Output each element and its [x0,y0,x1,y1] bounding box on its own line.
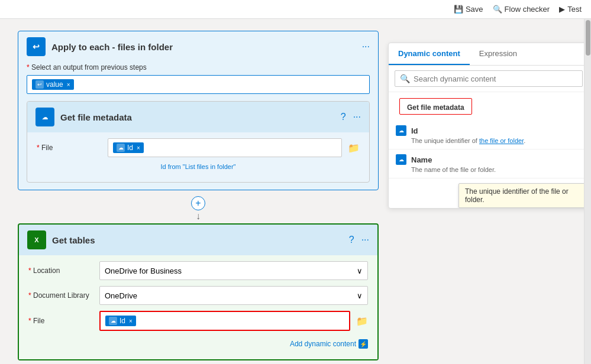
location-label: * Location [28,266,93,275]
get-file-metadata-title: Get file metadata [60,112,335,122]
apply-each-1-icon: ↩ [27,37,46,56]
location-row: * Location OneDrive for Business ∨ [28,261,368,280]
panel-item-name-text: Name [411,155,432,164]
tooltip-text: The unique identifier of the file or fol… [465,187,569,204]
flow-checker-icon: 🔍 [493,5,502,14]
right-scrollbar[interactable] [584,19,591,364]
file-or-folder-link[interactable]: the file or folder [479,137,524,144]
get-tables-id-tag: ☁ Id × [105,316,136,326]
get-file-metadata-content: * File ☁ Id × [27,132,369,182]
file-id-close[interactable]: × [137,145,140,151]
get-tables-file-row: * File ☁ Id × 📁 [28,311,368,331]
panel-item-name[interactable]: ☁ Name The name of the file or folder. [389,150,584,178]
file-input[interactable]: ☁ Id × [108,138,342,157]
panel-item-id-desc: The unique identifier of the file or fol… [411,137,582,144]
panel-scroll: Get file metadata ☁ Id The unique identi… [389,92,584,208]
get-file-metadata-block: ☁ Get file metadata ? ··· * [27,101,370,183]
apply-each-1-header: ↩ Apply to each - files in folder ··· [18,31,378,62]
get-tables-folder-icon[interactable]: 📁 [356,316,368,327]
tab-expression[interactable]: Expression [470,43,527,65]
connector-1: + ↓ [18,195,379,221]
get-tables-actions: ? ··· [349,235,369,245]
file-id-icon: ☁ [117,144,125,152]
get-tables-block: X Get tables ? ··· * Location [18,223,379,360]
panel-section-header: Get file metadata [399,98,472,115]
id-hint: Id from "List files in folder" [37,163,360,170]
panel-item-id-desc-text: The unique identifier of the file or fol… [411,137,525,144]
panel-search-area: 🔍 [389,66,584,92]
get-tables-title: Get tables [52,235,343,245]
arrow-1: ↓ [196,212,201,221]
get-tables-id-close[interactable]: × [129,318,133,324]
main-area: ↩ Apply to each - files in folder ··· * … [0,19,591,364]
file-field-row: * File ☁ Id × [37,138,360,157]
location-chevron: ∨ [357,266,363,275]
file-label: * File [37,144,102,152]
get-tables-id-icon: ☁ [109,317,117,325]
doc-library-label: * Document Library [28,291,93,300]
add-dynamic-content-row: Add dynamic content ⚡ [28,337,368,351]
panel-item-name-icon: ☁ [396,154,406,165]
panel-item-name-desc: The name of the file or folder. [411,166,582,173]
panel-item-name-desc-text: The name of the file or folder. [411,166,496,173]
file-folder-icon[interactable]: 📁 [348,142,360,154]
get-file-metadata-actions: ? ··· [341,112,361,122]
apply-each-1-block: ↩ Apply to each - files in folder ··· * … [18,31,379,190]
test-button[interactable]: ▶ Test [559,5,582,14]
doc-library-chevron: ∨ [357,291,363,300]
panel-item-id-icon: ☁ [396,125,406,136]
flow-checker-button[interactable]: 🔍 Flow checker [493,5,550,14]
apply-each-1-ellipsis[interactable]: ··· [362,41,370,52]
get-tables-help[interactable]: ? [349,235,354,245]
value-tag-close[interactable]: × [67,82,70,88]
get-file-metadata-help[interactable]: ? [341,112,346,122]
dynamic-content-panel: Dynamic content Expression 🔍 Get file me… [388,43,584,209]
apply-each-1-actions: ··· [362,41,370,52]
tooltip-box: The unique identifier of the file or fol… [458,183,584,208]
canvas-left: ↩ Apply to each - files in folder ··· * … [18,31,379,364]
apply-each-1-select-label: * Select an output from previous steps [18,62,378,75]
panel-item-name-header: ☁ Name [396,154,582,165]
get-tables-file-label: * File [28,317,93,325]
get-tables-content: * Location OneDrive for Business ∨ * [19,255,377,359]
plus-button-1[interactable]: + [191,196,205,210]
location-select[interactable]: OneDrive for Business ∨ [99,261,368,280]
canvas-with-panel: ↩ Apply to each - files in folder ··· * … [18,31,566,364]
tab-dynamic-content[interactable]: Dynamic content [389,43,470,65]
get-tables-header: X Get tables ? ··· [19,225,377,255]
get-file-metadata-ellipsis[interactable]: ··· [353,112,361,122]
apply-each-1-value-field[interactable]: ↩ value × [27,75,370,94]
panel-item-id-header: ☁ Id [396,125,582,136]
tooltip-area: The unique identifier of the file or fol… [389,178,584,208]
get-tables-icon: X [27,230,46,249]
get-file-metadata-icon: ☁ [35,108,54,126]
add-dynamic-icon: ⚡ [359,339,368,349]
get-tables-ellipsis[interactable]: ··· [361,235,369,245]
test-icon: ▶ [559,5,565,14]
doc-library-row: * Document Library OneDrive ∨ [28,286,368,305]
scrollbar-thumb[interactable] [586,20,590,56]
panel-section-area: Get file metadata [389,92,584,121]
get-file-metadata-header: ☁ Get file metadata ? ··· [27,102,369,132]
top-bar: 💾 Save 🔍 Flow checker ▶ Test [0,0,591,19]
panel-item-id[interactable]: ☁ Id The unique identifier of the file o… [389,121,584,150]
apply-each-1-value-tag: ↩ value × [32,79,74,90]
panel-item-id-name: Id [411,126,418,135]
get-tables-file-input[interactable]: ☁ Id × [99,311,350,331]
add-dynamic-link[interactable]: Add dynamic content ⚡ [290,339,368,349]
canvas: ↩ Apply to each - files in folder ··· * … [0,19,584,364]
save-button[interactable]: 💾 Save [454,5,483,14]
save-icon: 💾 [454,5,463,14]
value-tag-icon: ↩ [35,80,44,89]
apply-each-1-title: Apply to each - files in folder [51,42,356,52]
search-dynamic-input[interactable] [414,74,577,83]
doc-library-select[interactable]: OneDrive ∨ [99,286,368,305]
panel-tabs: Dynamic content Expression [389,43,584,66]
search-box: 🔍 [395,70,583,87]
file-id-tag: ☁ Id × [113,142,144,153]
search-icon: 🔍 [400,74,410,83]
